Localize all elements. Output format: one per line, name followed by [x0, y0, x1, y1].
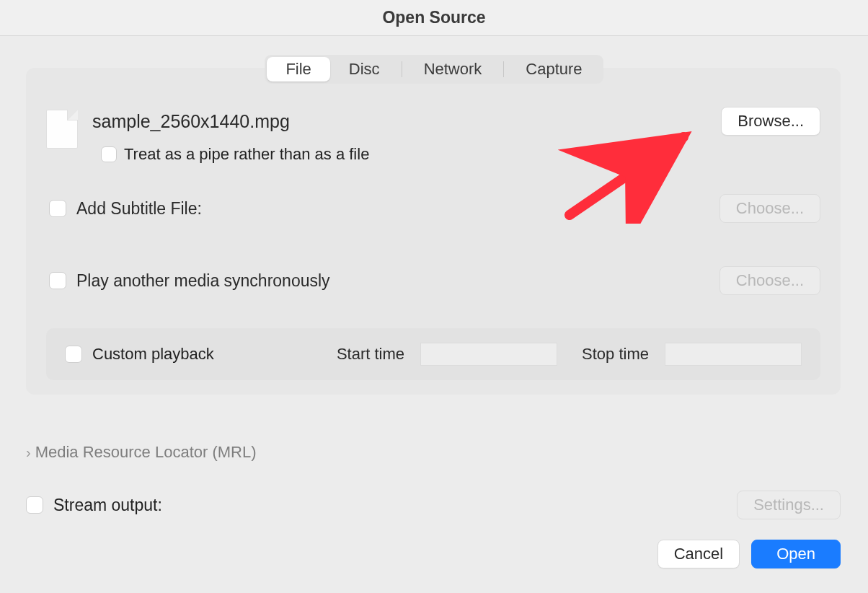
- tab-capture[interactable]: Capture: [507, 57, 601, 82]
- sync-label: Play another media synchronously: [76, 271, 709, 291]
- file-panel: sample_2560x1440.mpg Treat as a pipe rat…: [26, 68, 841, 395]
- titlebar: Open Source: [0, 0, 868, 36]
- stream-output-checkbox[interactable]: [26, 496, 43, 514]
- stream-output-row: Stream output: Settings...: [26, 491, 841, 519]
- subtitle-row: Add Subtitle File: Choose...: [46, 194, 820, 223]
- subtitle-label: Add Subtitle File:: [76, 199, 709, 219]
- stream-output-label: Stream output:: [53, 496, 727, 515]
- tab-separator: [503, 61, 504, 77]
- pipe-option-row: Treat as a pipe rather than as a file: [101, 145, 707, 164]
- file-info: sample_2560x1440.mpg Treat as a pipe rat…: [92, 107, 707, 164]
- tab-disc[interactable]: Disc: [330, 57, 399, 82]
- open-button[interactable]: Open: [751, 540, 841, 568]
- stop-time-input[interactable]: [665, 343, 802, 366]
- mrl-label: Media Resource Locator (MRL): [35, 443, 257, 462]
- dialog-footer: Cancel Open: [657, 540, 841, 568]
- window-title: Open Source: [382, 8, 485, 27]
- start-time-input[interactable]: [420, 343, 557, 366]
- chevron-right-icon: ›: [26, 444, 31, 461]
- tab-network[interactable]: Network: [405, 57, 501, 82]
- custom-playback-label: Custom playback: [92, 345, 214, 364]
- browse-button[interactable]: Browse...: [721, 107, 820, 136]
- cancel-button[interactable]: Cancel: [657, 540, 740, 568]
- selected-filename: sample_2560x1440.mpg: [92, 111, 707, 132]
- sync-choose-button[interactable]: Choose...: [719, 266, 820, 295]
- tabs-container: File Disc Network Capture: [0, 55, 868, 84]
- pipe-checkbox[interactable]: [101, 146, 117, 162]
- tab-separator: [402, 61, 402, 77]
- document-icon: [46, 110, 78, 149]
- stop-time-label: Stop time: [582, 345, 649, 364]
- stream-settings-button[interactable]: Settings...: [737, 491, 841, 519]
- pipe-label: Treat as a pipe rather than as a file: [124, 145, 369, 164]
- sync-row: Play another media synchronously Choose.…: [46, 266, 820, 295]
- custom-playback-panel: Custom playback Start time Stop time: [46, 328, 820, 380]
- source-tabs: File Disc Network Capture: [265, 55, 603, 84]
- tab-file[interactable]: File: [267, 57, 329, 82]
- subtitle-choose-button[interactable]: Choose...: [719, 194, 820, 223]
- open-source-dialog: Open Source File Disc Network Capture sa…: [0, 0, 868, 593]
- subtitle-checkbox[interactable]: [49, 200, 66, 217]
- custom-playback-checkbox[interactable]: [65, 346, 82, 363]
- mrl-disclosure[interactable]: › Media Resource Locator (MRL): [26, 443, 841, 462]
- selected-file-row: sample_2560x1440.mpg Treat as a pipe rat…: [46, 107, 820, 164]
- start-time-label: Start time: [337, 345, 404, 364]
- sync-checkbox[interactable]: [49, 272, 66, 289]
